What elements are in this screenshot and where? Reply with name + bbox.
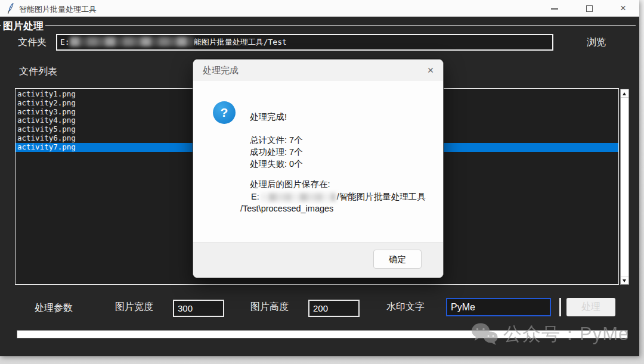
ok-button[interactable]: 确定 bbox=[373, 250, 422, 269]
stat-failed: 处理失败: 0个 bbox=[250, 158, 303, 170]
watermark-text-input[interactable] bbox=[446, 298, 551, 316]
save-path-suffix: /智能图片批量处理工具 bbox=[337, 192, 426, 201]
image-height-label: 图片高度 bbox=[250, 301, 289, 313]
minimize-button[interactable] bbox=[540, 0, 569, 17]
folder-path-suffix: 能图片批量处理工具/Test bbox=[194, 38, 287, 46]
dialog-close-button[interactable]: × bbox=[422, 62, 439, 79]
file-list-label: 文件列表 bbox=[19, 66, 57, 78]
completion-dialog: 处理完成 × ? 处理完成! 总计文件: 7个 成功处理: 7个 处理失败: 0… bbox=[193, 59, 444, 278]
feather-app-icon bbox=[6, 2, 16, 14]
image-width-label: 图片宽度 bbox=[115, 301, 153, 313]
minimize-icon bbox=[551, 8, 558, 10]
folder-path-input[interactable]: E:能图片批量处理工具/Test bbox=[56, 34, 553, 51]
dialog-message: 处理完成! bbox=[250, 111, 287, 123]
dialog-stats: 总计文件: 7个 成功处理: 7个 处理失败: 0个 bbox=[250, 134, 303, 170]
maximize-icon bbox=[586, 5, 593, 12]
maximize-button[interactable] bbox=[574, 0, 604, 17]
screen: 智能图片批量处理工具 × 图片处理 文件夹 E:能图片批量处理工具/Test 浏… bbox=[0, 0, 644, 364]
dialog-close-icon: × bbox=[428, 64, 434, 76]
scroll-down-button[interactable] bbox=[621, 276, 628, 284]
groupbox-label: 图片处理 bbox=[1, 19, 45, 33]
scroll-up-button[interactable] bbox=[621, 89, 628, 98]
progress-bar bbox=[17, 330, 628, 338]
process-button[interactable]: 处理 bbox=[566, 298, 615, 316]
stat-success: 成功处理: 7个 bbox=[250, 146, 303, 158]
browse-button[interactable]: 浏览 bbox=[566, 34, 626, 51]
image-height-input[interactable] bbox=[308, 300, 360, 317]
redacted-save-path-segment bbox=[261, 193, 336, 201]
button-separator bbox=[559, 298, 561, 316]
dialog-footer: 确定 bbox=[193, 242, 443, 278]
dialog-titlebar: 处理完成 × bbox=[193, 60, 443, 81]
save-location-label: 处理后的图片保存在: bbox=[250, 179, 330, 190]
save-path-line2: /Test\processed_images bbox=[240, 204, 333, 213]
folder-label: 文件夹 bbox=[18, 36, 47, 49]
groupbox-border bbox=[0, 25, 636, 26]
window-titlebar: 智能图片批量处理工具 × bbox=[0, 0, 639, 17]
save-path-prefix: E: bbox=[251, 192, 259, 201]
image-width-input[interactable] bbox=[173, 300, 224, 317]
stat-total: 总计文件: 7个 bbox=[250, 134, 303, 146]
close-icon: × bbox=[608, 0, 638, 17]
watermark-text-label: 水印文字 bbox=[386, 301, 425, 313]
question-icon: ? bbox=[213, 101, 236, 124]
params-label: 处理参数 bbox=[35, 302, 73, 315]
folder-path-prefix: E: bbox=[60, 38, 70, 46]
dialog-title: 处理完成 bbox=[203, 65, 239, 76]
close-button[interactable]: × bbox=[608, 0, 638, 17]
scroll-down-icon bbox=[623, 279, 626, 282]
save-path-line: E:/智能图片批量处理工具 bbox=[251, 191, 426, 203]
scroll-up-icon bbox=[623, 92, 626, 95]
listbox-scrollbar[interactable] bbox=[620, 89, 629, 285]
redacted-path-segment bbox=[70, 37, 194, 46]
window-title: 智能图片批量处理工具 bbox=[19, 4, 97, 15]
